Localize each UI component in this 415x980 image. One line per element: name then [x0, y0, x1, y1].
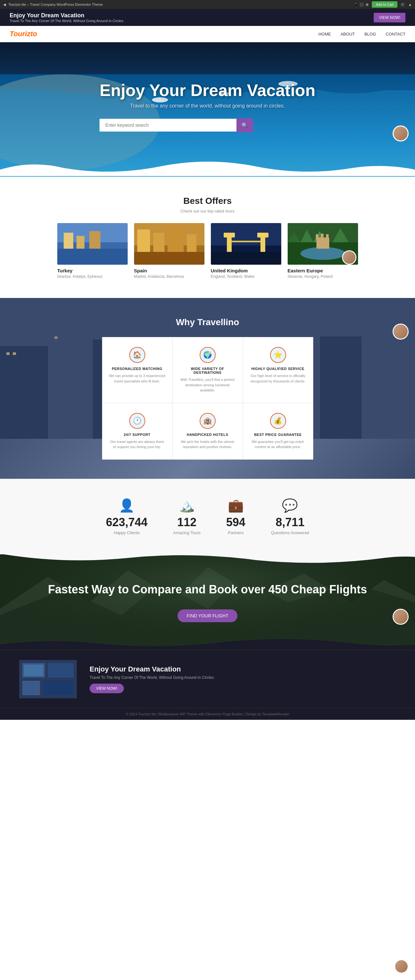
- hotels-icon: 🏨: [200, 413, 216, 429]
- destination-card-eastern-europe[interactable]: Eastern Europe Slovenia, Hungary, Poland: [288, 223, 358, 279]
- dest-detail-turkey: Istanbul, Antalya, Ephesus: [57, 274, 128, 279]
- bottom-cta-image: [19, 660, 77, 698]
- tours-icon: 🏔️: [173, 498, 200, 513]
- personalized-icon: 🏠: [129, 347, 145, 363]
- add-to-cart-button[interactable]: Add to Cart: [372, 1, 398, 8]
- nav-item-home[interactable]: HOME: [318, 31, 331, 37]
- questions-label: Questions Answered: [271, 530, 309, 535]
- dest-name-uk: United Kingdom: [211, 268, 281, 273]
- why-desc-service: Our high level of service is officially …: [250, 373, 307, 384]
- search-input[interactable]: [100, 119, 237, 132]
- best-offers-subtext: Check out our top-rated tours: [10, 209, 405, 213]
- nav-links: HOME ABOUT BLOG CONTACT: [318, 31, 405, 37]
- svg-rect-53: [48, 663, 73, 678]
- nav-link-blog[interactable]: BLOG: [364, 32, 376, 37]
- svg-rect-16: [168, 228, 184, 255]
- navbar-logo: Tourizto: [10, 30, 37, 38]
- bottom-cta-button[interactable]: VIEW NOW!: [90, 684, 124, 693]
- why-title-service: HIGHLY QUALIFIED SERVICE: [250, 367, 307, 371]
- flights-heading: Fastest Way to Compare and Book over 450…: [48, 582, 367, 597]
- avatar-hero: [393, 126, 409, 142]
- flights-bottom-wave: [0, 637, 415, 650]
- device-icons: 📱 ⬛ 🖥: [353, 3, 369, 7]
- stat-clients: 👤 623,744 Happy Clients: [106, 498, 148, 535]
- svg-rect-55: [43, 681, 73, 695]
- cart-icon[interactable]: 🛒: [401, 3, 405, 7]
- destination-card-spain[interactable]: Spain Madrid, Andalucia, Barcelona: [134, 223, 205, 279]
- partners-number: 594: [226, 515, 245, 529]
- svg-rect-56: [24, 665, 43, 676]
- destination-card-turkey[interactable]: Turkey Istanbul, Antalya, Ephesus: [57, 223, 128, 279]
- top-bar-title: Tourizto lite – Travel Company WordPress…: [8, 3, 103, 6]
- svg-rect-45: [13, 352, 16, 355]
- bottom-cta-heading: Enjoy Your Dream Vacation: [90, 665, 215, 673]
- why-card-price: 💰 BEST PRICE GUARANTEE We guarantee you'…: [243, 403, 313, 460]
- promo-heading: Enjoy Your Dream Vacation: [10, 12, 124, 19]
- why-title-personalized: PERSONALIZED MATCHING: [109, 367, 166, 371]
- destination-card-uk[interactable]: United Kingdom England, Scotland, Wales: [211, 223, 281, 279]
- promo-bar-left: Enjoy Your Dream Vacation Travel To The …: [10, 12, 124, 23]
- hero-search: 🔍: [100, 118, 253, 132]
- footer-text: © 2024 Tourizto lite | Multipurpose WP T…: [126, 712, 289, 716]
- search-button[interactable]: 🔍: [237, 118, 253, 132]
- why-desc-personalized: We can provide up to 3 experienced trave…: [109, 373, 166, 384]
- dest-detail-uk: England, Scotland, Wales: [211, 274, 281, 279]
- bottom-cta-img-svg: [19, 660, 77, 698]
- nav-item-about[interactable]: ABOUT: [340, 31, 355, 37]
- why-card-support: 🕐 24/7 SUPPORT Our travel agents are alw…: [102, 403, 172, 460]
- svg-rect-18: [134, 252, 205, 265]
- flights-wave: [0, 554, 415, 568]
- why-card-personalized: 🏠 PERSONALIZED MATCHING We can provide u…: [102, 337, 172, 403]
- why-desc-destinations: With Travellino, you'll find a perfect d…: [179, 377, 236, 393]
- nav-item-blog[interactable]: BLOG: [364, 31, 376, 37]
- price-icon: 💰: [270, 413, 286, 429]
- top-bar-right: 📱 ⬛ 🖥 Add to Cart 🛒 ▲: [353, 1, 412, 8]
- svg-rect-44: [6, 352, 10, 355]
- tours-number: 112: [173, 515, 200, 529]
- questions-icon: 💬: [271, 498, 309, 513]
- promo-view-now-button[interactable]: VIEW NOW!: [374, 13, 405, 22]
- dest-detail-spain: Madrid, Andalucia, Barcelona: [134, 274, 205, 279]
- bottom-cta-text: Enjoy Your Dream Vacation Travel To The …: [90, 665, 215, 693]
- svg-rect-42: [320, 336, 362, 439]
- tablet-icon: ⬛: [359, 3, 364, 7]
- uk-img: [211, 223, 281, 265]
- dest-detail-eastern-europe: Slovenia, Hungary, Poland: [288, 274, 358, 279]
- best-offers-section: Best Offers Check out our top-rated tour…: [0, 177, 415, 298]
- find-flight-button[interactable]: FIND YOUR FLIGHT: [178, 609, 237, 622]
- why-title-hotels: HANDPICKED HOTELS: [179, 433, 236, 437]
- svg-rect-46: [54, 336, 57, 339]
- footer: © 2024 Tourizto lite | Multipurpose WP T…: [0, 708, 415, 720]
- svg-rect-54: [22, 681, 40, 695]
- nav-link-about[interactable]: ABOUT: [340, 32, 355, 37]
- why-title-destinations: WIDE VARIETY OF DESTINATIONS: [179, 367, 236, 374]
- why-title-support: 24/7 SUPPORT: [109, 433, 166, 437]
- svg-point-33: [301, 247, 345, 260]
- why-desc-hotels: We pick the hotels with the utmost reput…: [179, 439, 236, 450]
- turkey-img: [57, 223, 128, 265]
- mobile-icon: 📱: [353, 3, 358, 7]
- partners-label: Partners: [226, 530, 245, 535]
- nav-item-contact[interactable]: CONTACT: [386, 31, 405, 37]
- hero-wave: [0, 157, 415, 177]
- svg-rect-14: [137, 229, 150, 255]
- nav-link-contact[interactable]: CONTACT: [386, 32, 405, 37]
- clients-number: 623,744: [106, 515, 148, 529]
- svg-rect-15: [153, 233, 164, 255]
- svg-rect-23: [232, 241, 261, 242]
- stat-tours: 🏔️ 112 Amazing Tours: [173, 498, 200, 535]
- svg-rect-34: [316, 237, 329, 249]
- hero-heading: Enjoy Your Dream Vacation: [100, 81, 315, 100]
- top-bar: ◀ Tourizto lite – Travel Company WordPre…: [0, 0, 415, 9]
- clients-label: Happy Clients: [106, 530, 148, 535]
- why-card-destinations: 🌍 WIDE VARIETY OF DESTINATIONS With Trav…: [172, 337, 243, 403]
- tours-label: Amazing Tours: [173, 530, 200, 535]
- nav-link-home[interactable]: HOME: [318, 32, 331, 37]
- promo-bar: Enjoy Your Dream Vacation Travel To The …: [0, 9, 415, 26]
- service-icon: ⭐: [270, 347, 286, 363]
- dest-name-spain: Spain: [134, 268, 205, 273]
- svg-rect-35: [316, 234, 318, 239]
- scroll-up-icon[interactable]: ▲: [408, 3, 412, 6]
- hero-subtext: Travel to the any corner of the world, w…: [100, 103, 315, 109]
- promo-subtext: Travel To The Any Corner Of The World, W…: [10, 19, 124, 23]
